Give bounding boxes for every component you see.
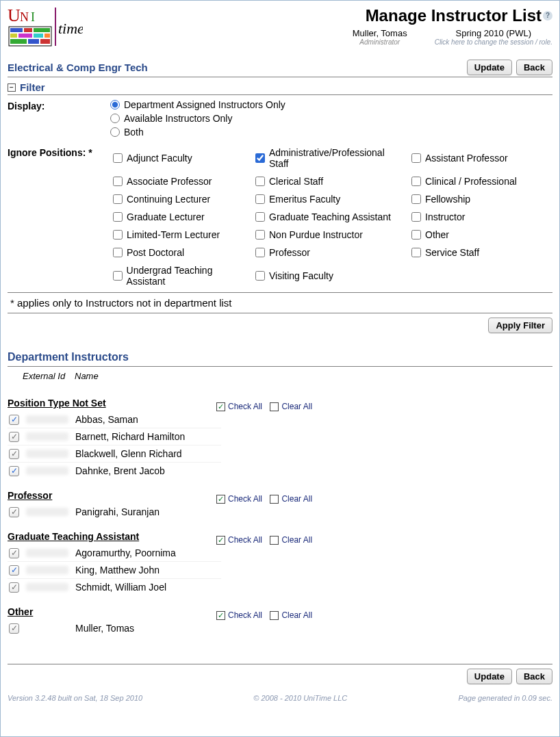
position-checkbox[interactable] bbox=[255, 230, 265, 240]
check-all-icon: ✓ bbox=[216, 611, 225, 620]
instructor-name: Panigrahi, Suranjan bbox=[75, 506, 160, 517]
clear-all-link[interactable]: Clear All bbox=[281, 402, 312, 411]
svg-rect-8 bbox=[34, 28, 50, 32]
display-option-label: Available Instructors Only bbox=[124, 113, 232, 124]
position-checkbox[interactable] bbox=[411, 212, 421, 222]
position-option[interactable]: Non Purdue Instructor bbox=[255, 229, 406, 240]
position-option[interactable]: Administrative/Professional Staff bbox=[255, 147, 406, 169]
position-option[interactable]: Post Doctoral bbox=[113, 247, 250, 258]
position-label: Assistant Professor bbox=[425, 153, 508, 164]
position-option[interactable]: Other bbox=[411, 229, 535, 240]
position-option[interactable]: Instructor bbox=[411, 211, 535, 222]
instructor-checkbox[interactable]: ✓ bbox=[9, 507, 19, 517]
check-all-link[interactable]: Check All bbox=[228, 610, 262, 620]
instructor-checkbox[interactable]: ✓ bbox=[9, 623, 19, 634]
position-label: Adjunct Faculty bbox=[127, 153, 192, 164]
footer: Version 3.2.48 built on Sat, 18 Sep 2010… bbox=[8, 691, 552, 702]
position-checkbox[interactable] bbox=[411, 230, 421, 240]
clear-all-link[interactable]: Clear All bbox=[281, 494, 312, 504]
position-checkbox[interactable] bbox=[255, 177, 265, 186]
display-option[interactable]: Department Assigned Instructors Only bbox=[110, 99, 552, 110]
position-label: Continuing Lecturer bbox=[127, 194, 210, 205]
position-label: Limited-Term Lecturer bbox=[127, 229, 220, 240]
position-option[interactable]: Visiting Faculty bbox=[255, 265, 406, 287]
position-option[interactable]: Service Staff bbox=[411, 247, 535, 258]
position-checkbox[interactable] bbox=[113, 271, 123, 281]
user-role: Administrator bbox=[353, 38, 407, 46]
ignore-positions-label: Ignore Positions: * bbox=[8, 146, 110, 158]
position-checkbox[interactable] bbox=[113, 153, 123, 163]
check-all-link[interactable]: Check All bbox=[228, 494, 262, 504]
update-button-top[interactable]: Update bbox=[467, 60, 512, 75]
filter-section-label: Filter bbox=[20, 81, 45, 93]
apply-filter-button[interactable]: Apply Filter bbox=[488, 318, 552, 333]
position-option[interactable]: Associate Professor bbox=[113, 176, 250, 187]
svg-rect-11 bbox=[34, 34, 43, 38]
position-label: Graduate Teaching Assistant bbox=[269, 211, 391, 222]
user-block[interactable]: Muller, Tomas Administrator bbox=[353, 28, 407, 46]
position-checkbox[interactable] bbox=[113, 194, 123, 204]
position-option[interactable]: Graduate Teaching Assistant bbox=[255, 211, 406, 222]
check-all-link[interactable]: Check All bbox=[228, 535, 262, 545]
back-button-bottom[interactable]: Back bbox=[516, 669, 552, 684]
position-label: Service Staff bbox=[425, 247, 479, 258]
position-option[interactable]: Emeritus Faculty bbox=[255, 194, 406, 205]
instructor-checkbox[interactable]: ✓ bbox=[9, 432, 19, 442]
instructor-row: ✓ Dahnke, Brent Jacob bbox=[8, 463, 221, 479]
display-radio[interactable] bbox=[110, 127, 120, 137]
position-label: Clinical / Professional bbox=[425, 176, 517, 187]
instructor-checkbox[interactable]: ✓ bbox=[9, 466, 19, 476]
check-all-link[interactable]: Check All bbox=[228, 402, 262, 411]
position-checkbox[interactable] bbox=[255, 271, 265, 281]
instructor-checkbox[interactable]: ✓ bbox=[9, 415, 19, 425]
position-checkbox[interactable] bbox=[411, 153, 421, 163]
position-checkbox[interactable] bbox=[411, 194, 421, 204]
display-option[interactable]: Available Instructors Only bbox=[110, 113, 552, 124]
position-label: Administrative/Professional Staff bbox=[269, 147, 406, 169]
display-option[interactable]: Both bbox=[110, 127, 552, 138]
update-button-bottom[interactable]: Update bbox=[467, 669, 512, 684]
collapse-icon[interactable]: − bbox=[8, 83, 16, 92]
position-option[interactable]: Professor bbox=[255, 247, 406, 258]
position-option[interactable]: Limited-Term Lecturer bbox=[113, 229, 250, 240]
position-checkbox[interactable] bbox=[113, 230, 123, 240]
display-radio[interactable] bbox=[110, 100, 120, 109]
session-block[interactable]: Spring 2010 (PWL) Click here to change t… bbox=[435, 28, 552, 46]
position-label: Visiting Faculty bbox=[269, 270, 333, 281]
position-option[interactable]: Graduate Lecturer bbox=[113, 211, 250, 222]
svg-rect-12 bbox=[44, 34, 50, 38]
position-checkbox[interactable] bbox=[411, 177, 421, 186]
position-option[interactable]: Fellowship bbox=[411, 194, 535, 205]
instructor-checkbox[interactable]: ✓ bbox=[9, 548, 19, 558]
external-id-redacted bbox=[26, 549, 68, 557]
position-checkbox[interactable] bbox=[113, 177, 123, 186]
instructor-name: Blackwell, Glenn Richard bbox=[75, 448, 182, 459]
position-checkbox[interactable] bbox=[255, 212, 265, 222]
position-checkbox[interactable] bbox=[113, 248, 123, 257]
display-radio[interactable] bbox=[110, 114, 120, 123]
help-icon[interactable]: ? bbox=[543, 11, 552, 21]
position-checkbox[interactable] bbox=[411, 248, 421, 257]
position-option[interactable]: Undergrad Teaching Assistant bbox=[113, 265, 250, 287]
instructor-checkbox[interactable]: ✓ bbox=[9, 565, 19, 576]
clear-all-link[interactable]: Clear All bbox=[281, 535, 312, 545]
position-checkbox[interactable] bbox=[113, 212, 123, 222]
back-button-top[interactable]: Back bbox=[516, 60, 552, 75]
instructor-checkbox[interactable]: ✓ bbox=[9, 582, 19, 593]
group-header: Graduate Teaching Assistant bbox=[8, 531, 216, 542]
position-option[interactable]: Continuing Lecturer bbox=[113, 194, 250, 205]
display-option-label: Both bbox=[124, 127, 144, 138]
position-option[interactable]: Clerical Staff bbox=[255, 176, 406, 187]
svg-rect-13 bbox=[10, 39, 27, 44]
position-option[interactable]: Adjunct Faculty bbox=[113, 147, 250, 169]
position-checkbox[interactable] bbox=[255, 153, 265, 163]
app-logo: U N I time bbox=[8, 6, 83, 47]
position-checkbox[interactable] bbox=[255, 194, 265, 204]
position-label: Clerical Staff bbox=[269, 176, 323, 187]
position-checkbox[interactable] bbox=[255, 248, 265, 257]
position-option[interactable]: Clinical / Professional bbox=[411, 176, 535, 187]
position-option[interactable]: Assistant Professor bbox=[411, 147, 535, 169]
instructor-checkbox[interactable]: ✓ bbox=[9, 449, 19, 459]
clear-all-link[interactable]: Clear All bbox=[281, 610, 312, 620]
position-label: Other bbox=[425, 229, 449, 240]
